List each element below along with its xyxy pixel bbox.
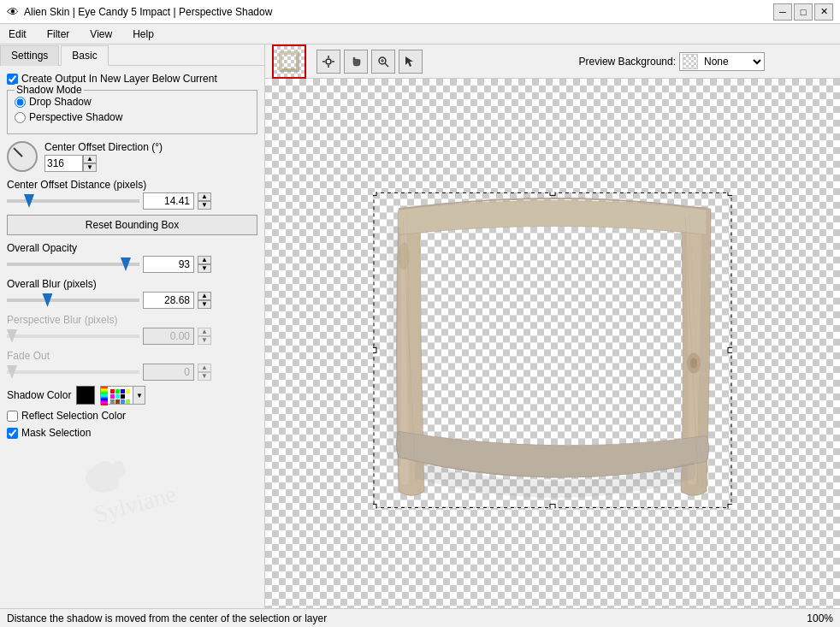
mask-selection-row: Mask Selection (7, 427, 257, 439)
svg-line-7 (385, 63, 388, 67)
zoom-tool-button[interactable] (371, 50, 395, 74)
preview-bg-section: Preview Background: None White Black Cus… (579, 52, 765, 71)
direction-controls: Center Offset Direction (°) 316 ▲ ▼ (44, 141, 163, 172)
canvas-image (373, 192, 732, 508)
menu-edit[interactable]: Edit (3, 27, 32, 42)
fadeout-spin-buttons: ▲ ▼ (198, 364, 211, 381)
distance-value-input[interactable]: 14.41 (143, 192, 194, 210)
blur-slider[interactable] (7, 299, 139, 302)
fade-out-slider (7, 370, 139, 374)
preview-bg-checker-icon (683, 54, 698, 69)
distance-down-button[interactable]: ▼ (198, 201, 211, 210)
drop-shadow-radio[interactable] (15, 97, 26, 108)
fade-out-row: Fade Out 0 ▲ ▼ (7, 350, 257, 381)
opacity-up-button[interactable]: ▲ (198, 256, 211, 264)
reflect-selection-label: Reflect Selection Color (21, 410, 126, 422)
zoom-icon (376, 55, 390, 68)
select-tool-button[interactable] (399, 50, 423, 74)
menu-filter[interactable]: Filter (42, 27, 75, 42)
distance-slider[interactable] (7, 199, 139, 203)
fade-out-label: Fade Out (7, 350, 257, 362)
blur-control-row: 28.68 ▲ ▼ (7, 292, 257, 309)
create-output-label: Create Output In New Layer Below Current (21, 73, 217, 85)
minimize-button[interactable]: ─ (773, 3, 792, 21)
reflect-selection-row: Reflect Selection Color (7, 410, 257, 422)
menu-bar: Edit Filter View Help (0, 24, 840, 44)
mask-selection-checkbox[interactable] (7, 428, 18, 439)
center-offset-distance-row: Center Offset Distance (pixels) 14.41 ▲ … (7, 179, 257, 210)
status-text: Distance the shadow is moved from the ce… (7, 612, 327, 624)
distance-up-button[interactable]: ▲ (198, 192, 211, 201)
pblur-down-button: ▼ (198, 336, 211, 345)
app-icon: 👁 (7, 5, 19, 19)
perspective-blur-row: Perspective Blur (pixels) 0.00 ▲ ▼ (7, 314, 257, 345)
opacity-value-input[interactable]: 93 (143, 256, 194, 273)
blur-down-button[interactable]: ▼ (198, 300, 211, 309)
checker-background (265, 79, 840, 608)
direction-down-button[interactable]: ▼ (83, 163, 97, 172)
menu-view[interactable]: View (85, 27, 117, 42)
opacity-slider[interactable] (7, 263, 139, 266)
fadeout-control-row: 0 ▲ ▼ (7, 364, 257, 381)
preview-bg-label: Preview Background: (579, 56, 676, 68)
direction-spin-buttons: ▲ ▼ (83, 155, 97, 172)
center-offset-direction-label: Center Offset Direction (°) (44, 141, 163, 153)
svg-rect-21 (388, 226, 401, 465)
direction-up-button[interactable]: ▲ (83, 155, 97, 163)
reflect-selection-checkbox[interactable] (7, 411, 18, 422)
perspective-shadow-label: Perspective Shadow (29, 111, 122, 123)
menu-help[interactable]: Help (127, 27, 159, 42)
center-offset-direction-row: Center Offset Direction (°) 316 ▲ ▼ (7, 141, 257, 172)
pblur-up-button: ▲ (198, 328, 211, 336)
hand-icon (349, 55, 363, 68)
blur-spin-buttons: ▲ ▼ (198, 292, 211, 309)
zoom-level: 100% (807, 612, 833, 624)
panel-content: Create Output In New Layer Below Current… (0, 66, 264, 608)
preview-thumbnail[interactable] (272, 44, 306, 79)
right-toolbar: Preview Background: None White Black Cus… (265, 44, 840, 79)
main-content: Settings Basic Create Output In New Laye… (0, 44, 840, 608)
mask-selection-label: Mask Selection (21, 427, 91, 439)
preview-bg-select[interactable]: None White Black Custom (701, 55, 764, 68)
opacity-control-row: 93 ▲ ▼ (7, 256, 257, 273)
shadow-mode-label: Shadow Mode (15, 84, 84, 96)
overall-blur-label: Overall Blur (pixels) (7, 278, 257, 290)
perspective-blur-label: Perspective Blur (pixels) (7, 314, 257, 326)
perspective-shadow-radio[interactable] (15, 112, 26, 123)
tab-settings[interactable]: Settings (0, 45, 59, 66)
color-picker-button[interactable]: ▼ (100, 386, 145, 405)
overall-blur-row: Overall Blur (pixels) 28.68 ▲ ▼ (7, 278, 257, 309)
shadow-color-label: Shadow Color (7, 389, 71, 401)
blur-up-button[interactable]: ▲ (198, 292, 211, 300)
cursor-icon (322, 55, 335, 68)
center-offset-distance-label: Center Offset Distance (pixels) (7, 179, 257, 191)
maximize-button[interactable]: □ (794, 3, 813, 21)
color-dropdown-arrow[interactable]: ▼ (133, 387, 145, 404)
preview-bg-select-wrapper[interactable]: None White Black Custom (679, 52, 765, 71)
shadow-color-swatch[interactable] (76, 386, 95, 405)
watermark-svg: Sylviane (64, 444, 201, 529)
status-bar: Distance the shadow is moved from the ce… (0, 608, 840, 627)
svg-point-20 (690, 358, 697, 368)
tab-basic[interactable]: Basic (61, 45, 108, 66)
hand-tool-button[interactable] (344, 50, 368, 74)
direction-value-input[interactable]: 316 (44, 155, 83, 172)
blur-value-input[interactable]: 28.68 (143, 292, 194, 309)
perspective-blur-slider (7, 334, 139, 338)
close-button[interactable]: ✕ (814, 3, 833, 21)
perspective-blur-value-input: 0.00 (143, 328, 194, 345)
canvas-area (265, 79, 840, 608)
create-output-checkbox[interactable] (7, 74, 18, 85)
title-bar: 👁 Alien Skin | Eye Candy 5 Impact | Pers… (0, 0, 840, 24)
fadeout-down-button: ▼ (198, 372, 211, 381)
overall-opacity-label: Overall Opacity (7, 242, 257, 254)
direction-dial[interactable] (7, 141, 38, 172)
svg-point-1 (326, 59, 331, 64)
shadow-color-row: Shadow Color (7, 386, 257, 405)
tabs: Settings Basic (0, 44, 264, 66)
reset-bounding-box-button[interactable]: Reset Bounding Box (7, 215, 257, 235)
fadeout-up-button: ▲ (198, 364, 211, 372)
cursor-tool-button[interactable] (316, 50, 340, 74)
opacity-down-button[interactable]: ▼ (198, 264, 211, 273)
opacity-spin-buttons: ▲ ▼ (198, 256, 211, 273)
